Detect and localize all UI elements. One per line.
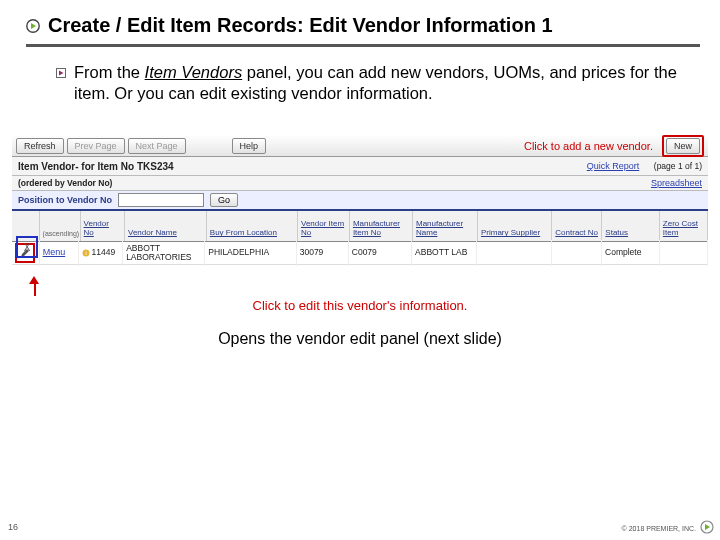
- col-vendor-item-no[interactable]: Vendor Item No: [298, 211, 350, 241]
- col-zero-cost[interactable]: Zero Cost Item: [660, 211, 708, 241]
- spreadsheet-link[interactable]: Spreadsheet: [651, 178, 702, 188]
- go-button[interactable]: Go: [210, 193, 238, 207]
- embedded-screenshot: Refresh Prev Page Next Page Help Click t…: [12, 136, 708, 316]
- panel-subheader: (ordered by Vendor No) Spreadsheet: [12, 176, 708, 191]
- svg-text:i: i: [85, 250, 86, 256]
- callout-arrow-line: [34, 282, 36, 296]
- title-rule: [26, 44, 700, 47]
- col-mfr-name[interactable]: Manufacturer Name: [413, 211, 478, 241]
- table-row: Menu i 11449 ABBOTT LABORATORIES PHILADE…: [12, 242, 708, 265]
- new-button-highlight: New: [662, 135, 704, 157]
- page-indicator: (page 1 of 1): [654, 161, 702, 171]
- page-title: Create / Edit Item Records: Edit Vendor …: [48, 14, 553, 37]
- quick-report-link[interactable]: Quick Report: [587, 161, 640, 171]
- col-buy-from[interactable]: Buy From Location: [207, 211, 298, 241]
- col-mfr-item-no[interactable]: Manufacturer Item No: [350, 211, 413, 241]
- panel-header-title: Item Vendor- for Item No TKS234: [18, 161, 174, 172]
- cell-vendor-name: ABBOTT LABORATORIES: [123, 240, 205, 266]
- next-page-button[interactable]: Next Page: [128, 138, 186, 154]
- help-button[interactable]: Help: [232, 138, 267, 154]
- cell-mfr-name: ABBOTT LAB: [412, 240, 477, 266]
- cell-buy-from: PHILADELPHIA: [205, 240, 296, 266]
- col-vendor-name[interactable]: Vendor Name: [125, 211, 207, 241]
- page-number: 16: [8, 522, 18, 532]
- new-button[interactable]: New: [666, 138, 700, 154]
- refresh-button[interactable]: Refresh: [16, 138, 64, 154]
- col-vendor-no[interactable]: Vendor No: [81, 211, 125, 241]
- edit-vendor-callout: Click to edit this vendor's information.: [12, 298, 708, 313]
- footer-logo-icon: [700, 520, 714, 534]
- position-input[interactable]: [118, 193, 204, 207]
- col-menu: (ascending): [40, 211, 81, 241]
- cell-vendor-no: i 11449: [79, 240, 124, 266]
- order-by-label: (ordered by Vendor No): [18, 178, 112, 188]
- cell-menu[interactable]: Menu: [40, 240, 79, 266]
- cell-status: Complete: [602, 240, 660, 266]
- info-icon[interactable]: i: [82, 249, 90, 257]
- position-label: Position to Vendor No: [18, 195, 112, 205]
- position-row: Position to Vendor No Go: [12, 191, 708, 211]
- intro-bullet-icon: [56, 68, 66, 78]
- col-contract-no[interactable]: Contract No: [552, 211, 602, 241]
- col-primary-supplier[interactable]: Primary Supplier: [478, 211, 552, 241]
- blue-highlight: X: [14, 236, 38, 258]
- copyright: © 2018 PREMIER, INC.: [622, 525, 696, 532]
- panel-header: Item Vendor- for Item No TKS234 Quick Re…: [12, 157, 708, 176]
- new-vendor-callout: Click to add a new vendor.: [524, 140, 653, 152]
- x-label: X: [24, 242, 31, 253]
- prev-page-button[interactable]: Prev Page: [67, 138, 125, 154]
- intro-text: From the Item Vendors panel, you can add…: [74, 62, 690, 105]
- cell-mfr-item-no: C0079: [349, 240, 412, 266]
- cell-vendor-item-no: 30079: [297, 240, 349, 266]
- title-bullet-icon: [26, 19, 40, 33]
- table-header: (ascending) Vendor No Vendor Name Buy Fr…: [12, 211, 708, 242]
- cell-zero: [660, 240, 708, 266]
- cell-primary: [477, 240, 552, 266]
- vendor-edit-caption: Opens the vendor edit panel (next slide): [0, 330, 720, 348]
- cell-contract: [552, 240, 602, 266]
- toolbar: Refresh Prev Page Next Page Help Click t…: [12, 136, 708, 157]
- callout-arrow-head-icon: [29, 276, 39, 284]
- col-status[interactable]: Status: [602, 211, 660, 241]
